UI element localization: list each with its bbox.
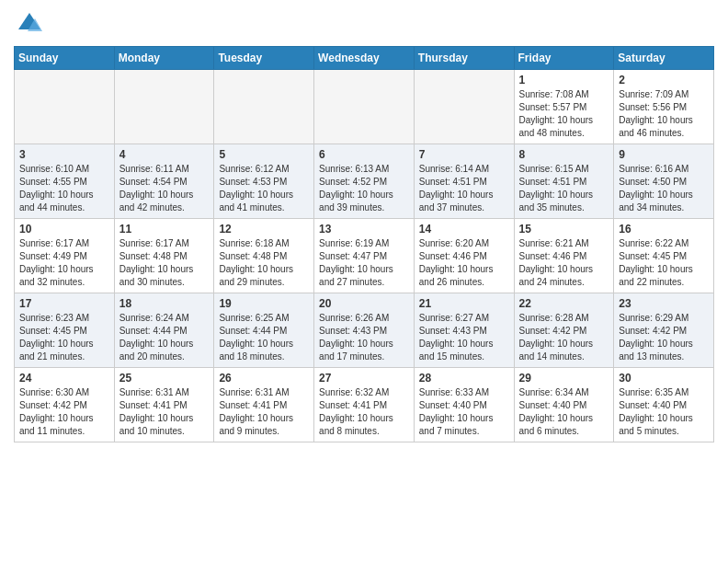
calendar-cell: 9Sunrise: 6:16 AM Sunset: 4:50 PM Daylig… bbox=[614, 144, 714, 219]
day-info: Sunrise: 6:28 AM Sunset: 4:42 PM Dayligh… bbox=[519, 312, 609, 363]
calendar-cell: 4Sunrise: 6:11 AM Sunset: 4:54 PM Daylig… bbox=[114, 144, 214, 219]
day-number: 28 bbox=[419, 372, 509, 385]
day-number: 4 bbox=[119, 148, 210, 161]
day-info: Sunrise: 6:13 AM Sunset: 4:52 PM Dayligh… bbox=[319, 163, 409, 214]
day-info: Sunrise: 6:23 AM Sunset: 4:45 PM Dayligh… bbox=[19, 312, 109, 363]
day-number: 23 bbox=[619, 297, 709, 310]
day-number: 3 bbox=[19, 148, 109, 161]
day-number: 19 bbox=[219, 297, 309, 310]
calendar-cell: 30Sunrise: 6:35 AM Sunset: 4:40 PM Dayli… bbox=[614, 368, 714, 442]
day-info: Sunrise: 6:17 AM Sunset: 4:48 PM Dayligh… bbox=[119, 237, 210, 289]
day-info: Sunrise: 6:22 AM Sunset: 4:45 PM Dayligh… bbox=[619, 237, 709, 289]
day-info: Sunrise: 6:11 AM Sunset: 4:54 PM Dayligh… bbox=[119, 163, 210, 214]
calendar-cell: 18Sunrise: 6:24 AM Sunset: 4:44 PM Dayli… bbox=[114, 293, 214, 368]
day-info: Sunrise: 7:08 AM Sunset: 5:57 PM Dayligh… bbox=[519, 88, 609, 140]
day-number: 12 bbox=[219, 223, 309, 236]
day-info: Sunrise: 6:24 AM Sunset: 4:44 PM Dayligh… bbox=[119, 312, 210, 363]
column-header-monday: Monday bbox=[114, 47, 214, 70]
calendar-cell: 24Sunrise: 6:30 AM Sunset: 4:42 PM Dayli… bbox=[15, 368, 115, 442]
calendar-cell: 19Sunrise: 6:25 AM Sunset: 4:44 PM Dayli… bbox=[214, 293, 314, 368]
calendar-cell: 11Sunrise: 6:17 AM Sunset: 4:48 PM Dayli… bbox=[114, 219, 214, 293]
calendar-cell: 10Sunrise: 6:17 AM Sunset: 4:49 PM Dayli… bbox=[15, 219, 115, 293]
calendar-cell: 1Sunrise: 7:08 AM Sunset: 5:57 PM Daylig… bbox=[514, 70, 614, 144]
day-number: 15 bbox=[519, 223, 609, 236]
calendar-cell: 13Sunrise: 6:19 AM Sunset: 4:47 PM Dayli… bbox=[314, 219, 415, 293]
column-header-sunday: Sunday bbox=[15, 47, 115, 70]
day-number: 24 bbox=[19, 372, 109, 385]
calendar-cell: 12Sunrise: 6:18 AM Sunset: 4:48 PM Dayli… bbox=[214, 219, 314, 293]
calendar-table: SundayMondayTuesdayWednesdayThursdayFrid… bbox=[14, 46, 714, 442]
day-info: Sunrise: 6:21 AM Sunset: 4:46 PM Dayligh… bbox=[519, 237, 609, 289]
day-info: Sunrise: 6:30 AM Sunset: 4:42 PM Dayligh… bbox=[19, 386, 109, 438]
calendar-cell: 23Sunrise: 6:29 AM Sunset: 4:42 PM Dayli… bbox=[614, 293, 714, 368]
day-info: Sunrise: 6:35 AM Sunset: 4:40 PM Dayligh… bbox=[619, 386, 709, 438]
day-number: 16 bbox=[619, 223, 709, 236]
calendar-cell: 2Sunrise: 7:09 AM Sunset: 5:56 PM Daylig… bbox=[614, 70, 714, 144]
day-headers-row: SundayMondayTuesdayWednesdayThursdayFrid… bbox=[15, 47, 714, 70]
calendar-cell: 14Sunrise: 6:20 AM Sunset: 4:46 PM Dayli… bbox=[414, 219, 514, 293]
calendar-cell bbox=[15, 70, 115, 144]
day-number: 30 bbox=[619, 372, 709, 385]
column-header-thursday: Thursday bbox=[414, 47, 514, 70]
column-header-friday: Friday bbox=[514, 47, 614, 70]
day-info: Sunrise: 6:19 AM Sunset: 4:47 PM Dayligh… bbox=[319, 237, 409, 289]
day-info: Sunrise: 6:26 AM Sunset: 4:43 PM Dayligh… bbox=[319, 312, 409, 363]
calendar-cell: 28Sunrise: 6:33 AM Sunset: 4:40 PM Dayli… bbox=[414, 368, 514, 442]
calendar-cell: 29Sunrise: 6:34 AM Sunset: 4:40 PM Dayli… bbox=[514, 368, 614, 442]
calendar-cell bbox=[414, 70, 514, 144]
calendar-cell: 3Sunrise: 6:10 AM Sunset: 4:55 PM Daylig… bbox=[15, 144, 115, 219]
week-row-3: 10Sunrise: 6:17 AM Sunset: 4:49 PM Dayli… bbox=[15, 219, 714, 293]
day-number: 26 bbox=[219, 372, 309, 385]
day-info: Sunrise: 6:27 AM Sunset: 4:43 PM Dayligh… bbox=[419, 312, 509, 363]
day-info: Sunrise: 6:16 AM Sunset: 4:50 PM Dayligh… bbox=[619, 163, 709, 214]
day-number: 29 bbox=[519, 372, 609, 385]
day-info: Sunrise: 6:14 AM Sunset: 4:51 PM Dayligh… bbox=[419, 163, 509, 214]
day-info: Sunrise: 6:33 AM Sunset: 4:40 PM Dayligh… bbox=[419, 386, 509, 438]
day-number: 27 bbox=[319, 372, 409, 385]
day-info: Sunrise: 6:15 AM Sunset: 4:51 PM Dayligh… bbox=[519, 163, 609, 214]
calendar-cell: 21Sunrise: 6:27 AM Sunset: 4:43 PM Dayli… bbox=[414, 293, 514, 368]
logo-icon bbox=[17, 11, 42, 37]
day-number: 7 bbox=[419, 148, 509, 161]
day-number: 18 bbox=[119, 297, 210, 310]
day-number: 1 bbox=[519, 74, 609, 86]
week-row-2: 3Sunrise: 6:10 AM Sunset: 4:55 PM Daylig… bbox=[15, 144, 714, 219]
day-number: 21 bbox=[419, 297, 509, 310]
calendar-cell: 5Sunrise: 6:12 AM Sunset: 4:53 PM Daylig… bbox=[214, 144, 314, 219]
calendar-cell: 6Sunrise: 6:13 AM Sunset: 4:52 PM Daylig… bbox=[314, 144, 415, 219]
day-info: Sunrise: 6:25 AM Sunset: 4:44 PM Dayligh… bbox=[219, 312, 309, 363]
day-info: Sunrise: 6:31 AM Sunset: 4:41 PM Dayligh… bbox=[219, 386, 309, 438]
calendar-cell: 27Sunrise: 6:32 AM Sunset: 4:41 PM Dayli… bbox=[314, 368, 415, 442]
column-header-saturday: Saturday bbox=[614, 47, 714, 70]
day-info: Sunrise: 6:29 AM Sunset: 4:42 PM Dayligh… bbox=[619, 312, 709, 363]
week-row-1: 1Sunrise: 7:08 AM Sunset: 5:57 PM Daylig… bbox=[15, 70, 714, 144]
day-info: Sunrise: 6:12 AM Sunset: 4:53 PM Dayligh… bbox=[219, 163, 309, 214]
day-number: 5 bbox=[219, 148, 309, 161]
day-number: 11 bbox=[119, 223, 210, 236]
logo bbox=[14, 13, 42, 39]
day-number: 22 bbox=[519, 297, 609, 310]
week-row-4: 17Sunrise: 6:23 AM Sunset: 4:45 PM Dayli… bbox=[15, 293, 714, 368]
calendar-cell: 22Sunrise: 6:28 AM Sunset: 4:42 PM Dayli… bbox=[514, 293, 614, 368]
day-info: Sunrise: 6:34 AM Sunset: 4:40 PM Dayligh… bbox=[519, 386, 609, 438]
day-number: 20 bbox=[319, 297, 409, 310]
day-info: Sunrise: 6:17 AM Sunset: 4:49 PM Dayligh… bbox=[19, 237, 109, 289]
day-number: 9 bbox=[619, 148, 709, 161]
calendar-cell: 17Sunrise: 6:23 AM Sunset: 4:45 PM Dayli… bbox=[15, 293, 115, 368]
calendar-cell: 20Sunrise: 6:26 AM Sunset: 4:43 PM Dayli… bbox=[314, 293, 415, 368]
calendar-cell: 7Sunrise: 6:14 AM Sunset: 4:51 PM Daylig… bbox=[414, 144, 514, 219]
calendar-cell bbox=[214, 70, 314, 144]
calendar-cell: 26Sunrise: 6:31 AM Sunset: 4:41 PM Dayli… bbox=[214, 368, 314, 442]
column-header-wednesday: Wednesday bbox=[314, 47, 415, 70]
calendar-cell bbox=[314, 70, 415, 144]
week-row-5: 24Sunrise: 6:30 AM Sunset: 4:42 PM Dayli… bbox=[15, 368, 714, 442]
calendar-cell: 25Sunrise: 6:31 AM Sunset: 4:41 PM Dayli… bbox=[114, 368, 214, 442]
day-number: 6 bbox=[319, 148, 409, 161]
calendar-cell bbox=[114, 70, 214, 144]
day-info: Sunrise: 6:18 AM Sunset: 4:48 PM Dayligh… bbox=[219, 237, 309, 289]
calendar-cell: 8Sunrise: 6:15 AM Sunset: 4:51 PM Daylig… bbox=[514, 144, 614, 219]
calendar-cell: 16Sunrise: 6:22 AM Sunset: 4:45 PM Dayli… bbox=[614, 219, 714, 293]
day-info: Sunrise: 6:20 AM Sunset: 4:46 PM Dayligh… bbox=[419, 237, 509, 289]
calendar-cell: 15Sunrise: 6:21 AM Sunset: 4:46 PM Dayli… bbox=[514, 219, 614, 293]
day-number: 14 bbox=[419, 223, 509, 236]
